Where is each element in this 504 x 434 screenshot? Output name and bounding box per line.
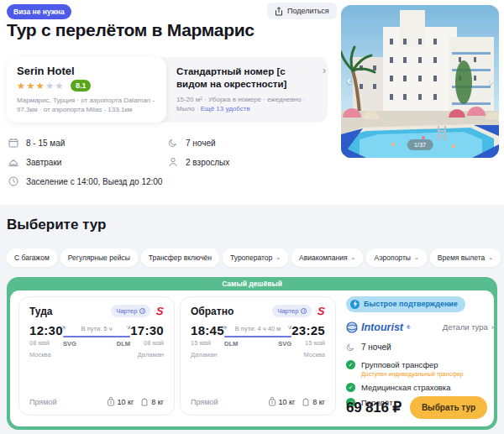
chip-label: Аэропорты: [374, 254, 411, 262]
stops-label: Прямой: [29, 398, 56, 406]
nights-row: 7 ночей: [346, 342, 494, 352]
departure-airport-code: DLM: [224, 340, 238, 348]
chevron-down-icon: ⌄: [351, 254, 356, 261]
fact-text: 2 взрослых: [186, 158, 229, 167]
tour-details-label: Детали тура: [443, 322, 488, 332]
photo-next-arrow-icon[interactable]: ›: [489, 74, 493, 86]
chevron-right-icon[interactable]: ›: [323, 65, 326, 76]
lightning-icon: [350, 300, 360, 309]
fact-nights: 7 ночей: [168, 138, 216, 148]
route-line: [224, 336, 291, 337]
star-icon: ★: [45, 81, 55, 92]
stops-label: Прямой: [191, 398, 218, 406]
chevron-right-icon: ›: [491, 322, 494, 332]
suitcase-icon: [107, 397, 115, 406]
info-icon: i: [139, 308, 145, 314]
filter-departure-time[interactable]: Время вылета⌄: [430, 248, 501, 267]
share-button[interactable]: Поделиться: [267, 3, 337, 19]
hotel-photo[interactable]: ‹ › 1/37: [341, 5, 499, 158]
star-icon: ★: [36, 81, 45, 92]
suitcase-icon: [268, 397, 276, 406]
arrival-date: 15 май: [291, 339, 325, 347]
hand-baggage-weight: 8 кг: [312, 398, 325, 406]
charter-badge[interactable]: Чартерi: [272, 305, 312, 317]
flight-return-panel[interactable]: Обратно Чартерi S 18:45 15 май Даламан ✈…: [180, 296, 336, 416]
filter-airports[interactable]: Аэропорты⌄: [366, 248, 426, 267]
charter-label: Чартер: [277, 307, 298, 315]
include-label: Медицинская страховка: [361, 383, 450, 392]
fact-meals: Завтраки: [8, 157, 61, 167]
route-line: [63, 336, 130, 337]
tour-operator-name: Intourist: [361, 322, 403, 333]
star-icon: ★: [17, 81, 26, 92]
info-icon: i: [301, 308, 307, 314]
include-insurance: ✓ Медицинская страховка: [346, 383, 494, 392]
registered-mark: ®: [407, 325, 410, 330]
departure-time: 12:30: [29, 323, 63, 337]
globe-icon: [346, 322, 358, 333]
charter-badge[interactable]: Чартерi: [111, 305, 150, 317]
fact-text: Завтраки: [26, 158, 61, 167]
hand-baggage-weight: 8 кг: [151, 398, 164, 406]
arrival-airport-code: DLM: [117, 340, 130, 348]
fact-dates: 8 - 15 май: [8, 138, 65, 148]
filter-tour-operator[interactable]: Туроператор⌄: [223, 248, 288, 267]
breakfast-icon: [8, 157, 18, 167]
fact-guests: 2 взрослых: [168, 157, 229, 167]
fact-text: 7 ночей: [186, 139, 216, 148]
photo-prev-arrow-icon[interactable]: ‹: [347, 74, 351, 86]
filter-transfer[interactable]: Трансфер включён: [141, 248, 219, 267]
tour-page: Виза не нужна Поделиться Тур с перелётом…: [0, 0, 504, 434]
arrival-date: 08 май: [130, 339, 164, 347]
chevron-down-icon: ⌄: [488, 254, 493, 261]
moon-icon: [168, 138, 178, 148]
hotel-card: Serin Hotel ★★★★★ 8.1 Мармарис, Турция ·…: [7, 57, 328, 123]
page-title: Тур с перелётом в Мармарис: [7, 20, 255, 40]
tour-details-link[interactable]: Детали тура ›: [443, 322, 494, 332]
select-tour-button[interactable]: Выбрать тур: [410, 396, 487, 419]
nights-label: 7 ночей: [361, 342, 391, 352]
arrival-time: 17:30: [130, 323, 164, 337]
fast-confirmation-label: Быстрое подтверждение: [364, 300, 458, 308]
tour-offer-card: Самый дешёвый Туда Чартерi S 12:30 08 ма…: [7, 277, 497, 430]
arrival-city: Даламан: [130, 351, 164, 358]
filter-chips: С багажом Регулярные рейсы Трансфер вклю…: [7, 248, 501, 267]
check-icon: ✓: [346, 360, 355, 369]
filter-baggage[interactable]: С багажом: [7, 248, 57, 267]
fact-text: 8 - 15 май: [26, 139, 65, 148]
charter-label: Чартер: [116, 307, 137, 315]
flight-duration: В пути: 5 ч: [63, 325, 130, 332]
tours-heading: Выберите тур: [7, 217, 106, 233]
star-icon: ★: [55, 81, 65, 92]
clock-icon: [8, 176, 18, 186]
moon-icon: [346, 342, 355, 352]
room-info-panel[interactable]: Стандартный номер [с видом на окрестност…: [176, 65, 321, 114]
airline-logo-icon: S: [156, 305, 165, 317]
departure-airport-code: SVG: [63, 340, 76, 348]
photo-counter: 1/37: [407, 139, 433, 150]
departure-city: Москва: [29, 351, 63, 358]
chip-label: С багажом: [14, 254, 50, 262]
fast-confirmation-badge: Быстрое подтверждение: [346, 296, 465, 312]
room-more-link[interactable]: Ещё 13 удобств: [201, 105, 250, 112]
chip-label: Трансфер включён: [149, 254, 212, 262]
offer-column: Быстрое подтверждение Intourist® Детали …: [346, 295, 494, 413]
tour-operator-logo: Intourist®: [346, 322, 410, 333]
chevron-down-icon: ⌄: [276, 254, 281, 261]
baggage-weight: 10 кг: [279, 398, 296, 406]
hand-baggage-icon: [302, 397, 310, 406]
hotel-photo-image: [341, 5, 499, 158]
departure-date: 08 май: [29, 339, 63, 347]
filter-airline[interactable]: Авиакомпания⌄: [291, 248, 363, 267]
hotel-info-panel[interactable]: Serin Hotel ★★★★★ 8.1 Мармарис, Турция ·…: [7, 57, 166, 123]
share-icon: [275, 7, 283, 16]
chevron-down-icon: ⌄: [414, 254, 419, 261]
flight-outbound-panel[interactable]: Туда Чартерi S 12:30 08 май Москва ✈ В п…: [18, 296, 175, 416]
filter-regular-flights[interactable]: Регулярные рейсы: [60, 248, 138, 267]
arrival-city: Москва: [291, 351, 325, 358]
baggage-weight: 10 кг: [118, 398, 134, 406]
hotel-name: Serin Hotel: [17, 65, 156, 77]
departure-time: 18:45: [191, 323, 224, 337]
chip-label: Туроператор: [230, 254, 272, 262]
hand-baggage-icon: [140, 397, 149, 406]
